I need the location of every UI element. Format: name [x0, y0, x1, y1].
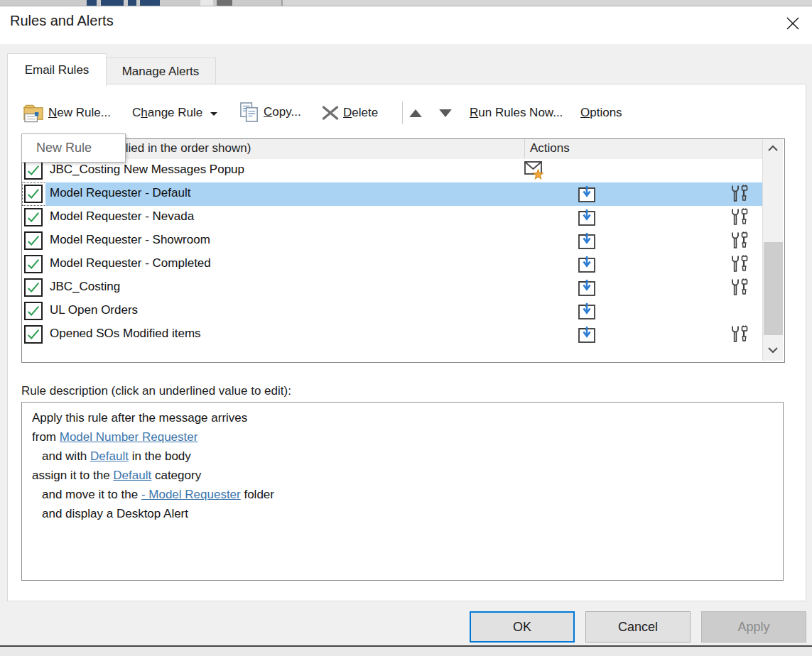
change-rule-button[interactable]: Change Rule — [132, 99, 217, 126]
rule-row[interactable]: Opened SOs Modified items — [22, 323, 762, 346]
triangle-down-icon — [439, 109, 452, 117]
rule-name: Model Requester - Nevada — [50, 209, 194, 224]
description-line: Apply this rule after the message arrive… — [32, 408, 773, 427]
rule-name: Opened SOs Modified items — [50, 327, 201, 341]
rule-name: Model Requester - Showroom — [50, 233, 210, 247]
rule-description-box: Apply this rule after the message arrive… — [21, 402, 784, 581]
tab-label: Manage Alerts — [122, 65, 200, 79]
rule-enabled-checkbox[interactable] — [24, 325, 43, 344]
tools-icon — [730, 231, 749, 250]
body-keyword-link[interactable]: Default — [90, 449, 129, 463]
rule-description-label: Rule description (click an underlined va… — [21, 384, 291, 398]
checkmark-icon — [26, 163, 41, 178]
description-line: and with Default in the body — [32, 447, 773, 466]
close-button[interactable] — [782, 13, 803, 34]
tools-icon — [730, 278, 749, 297]
rules-list: Rule (applied in the order shown) Action… — [21, 138, 785, 363]
background-text-fragment — [140, 0, 160, 6]
folder-value-link[interactable]: - Model Requester — [141, 488, 241, 501]
rule-name: Model Requester - Completed — [50, 256, 211, 270]
dialog-title: Rules and Alerts — [10, 13, 114, 29]
copy-label: Copy... — [264, 105, 301, 119]
scrollbar-thumb[interactable] — [764, 242, 783, 335]
rule-enabled-checkbox[interactable] — [24, 302, 43, 320]
sender-value-link[interactable]: Model Number Requester — [60, 430, 198, 444]
checkmark-icon — [26, 280, 41, 295]
background-text-fragment — [87, 0, 97, 6]
move-to-folder-icon — [578, 208, 596, 226]
background-bottom-strip — [0, 647, 812, 656]
scroll-down-icon[interactable] — [767, 346, 779, 354]
tools-icon — [730, 208, 749, 226]
rule-name: JBC_Costing New Messages Popup — [50, 163, 244, 177]
rule-row[interactable]: Model Requester - Completed — [22, 253, 762, 276]
checkmark-icon — [26, 186, 41, 202]
tools-icon — [730, 185, 749, 203]
move-rule-down-button[interactable] — [439, 99, 452, 126]
tab-email-rules[interactable]: Email Rules — [7, 53, 107, 86]
column-separator — [524, 139, 525, 158]
rule-row-selected[interactable]: Model Requester - Default — [22, 182, 762, 206]
rule-row[interactable]: JBC_Costing New Messages Popup — [22, 159, 762, 182]
delete-x-icon — [321, 104, 340, 122]
background-text-fragment — [101, 0, 124, 6]
rule-enabled-checkbox[interactable] — [24, 208, 43, 226]
description-line: assign it to the Default category — [32, 466, 773, 485]
options-button[interactable]: Options — [580, 99, 622, 126]
triangle-up-icon — [409, 109, 422, 117]
checkmark-icon — [26, 233, 41, 248]
rule-name: JBC_Costing — [50, 280, 120, 294]
change-rule-label: Change Rule — [132, 106, 202, 120]
chevron-down-icon — [210, 112, 217, 116]
tab-manage-alerts[interactable]: Manage Alerts — [105, 58, 216, 86]
move-to-folder-icon — [578, 185, 596, 203]
background-fragment — [200, 0, 213, 6]
category-value-link[interactable]: Default — [113, 469, 151, 482]
new-rule-label: New Rule... — [48, 106, 111, 120]
list-scrollbar[interactable] — [762, 139, 783, 361]
ok-button[interactable]: OK — [470, 611, 575, 643]
new-rule-button[interactable]: New Rule... — [23, 99, 111, 126]
desktop-alert-icon — [524, 160, 545, 180]
checkmark-icon — [26, 303, 41, 319]
move-to-folder-icon — [578, 255, 596, 273]
description-line: from Model Number Requester — [32, 427, 773, 447]
rule-enabled-checkbox[interactable] — [24, 255, 43, 273]
background-text-fragment — [128, 0, 136, 6]
toolbar-separator — [402, 102, 403, 124]
new-rule-icon — [23, 103, 45, 124]
checkmark-icon — [26, 256, 41, 272]
new-rule-tooltip: New Rule — [21, 133, 126, 163]
scroll-up-icon[interactable] — [767, 145, 779, 152]
cancel-button[interactable]: Cancel — [585, 611, 691, 643]
rule-enabled-checkbox[interactable] — [24, 161, 43, 180]
tools-icon — [730, 325, 749, 344]
copy-icon — [239, 102, 260, 124]
tab-label: Email Rules — [25, 63, 90, 77]
rules-and-alerts-dialog: Rules and Alerts Manage Alerts Email Rul… — [0, 0, 812, 656]
description-line: and move it to the - Model Requester fol… — [32, 485, 773, 504]
tools-icon — [730, 255, 749, 273]
rule-enabled-checkbox[interactable] — [24, 231, 43, 250]
run-rules-now-button[interactable]: Run Rules Now... — [470, 99, 563, 126]
delete-button[interactable]: Delete — [321, 99, 378, 126]
rule-row[interactable]: Model Requester - Showroom — [22, 229, 762, 253]
description-line: and display a Desktop Alert — [32, 504, 773, 523]
background-fragment — [217, 0, 232, 6]
close-icon — [786, 16, 800, 31]
move-to-folder-icon — [578, 302, 596, 320]
rule-row[interactable]: UL Open Orders — [22, 300, 762, 323]
tooltip-text: New Rule — [36, 141, 92, 155]
rule-row[interactable]: Model Requester - Nevada — [22, 206, 762, 229]
move-to-folder-icon — [578, 278, 596, 297]
copy-button[interactable]: Copy... — [239, 99, 301, 126]
actions-column-header: Actions — [530, 141, 570, 155]
background-fragment — [283, 0, 812, 6]
rule-row[interactable]: JBC_Costing — [22, 276, 762, 300]
rule-enabled-checkbox[interactable] — [24, 185, 43, 203]
move-to-folder-icon — [578, 231, 596, 250]
options-label: Options — [580, 106, 622, 120]
move-rule-up-button[interactable] — [409, 99, 422, 126]
rule-name: UL Open Orders — [50, 303, 138, 317]
rule-enabled-checkbox[interactable] — [24, 278, 43, 297]
